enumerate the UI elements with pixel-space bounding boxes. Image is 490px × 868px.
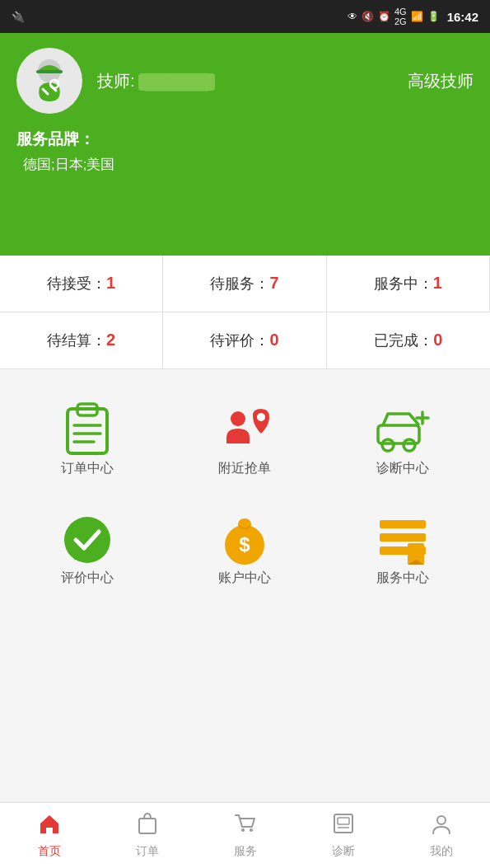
stat-count-pending-settle: 2 <box>106 331 115 349</box>
service-center-label: 服务中心 <box>376 570 429 587</box>
service-center-item[interactable]: 服务中心 <box>324 495 482 605</box>
technician-level: 高级技师 <box>408 70 474 92</box>
bag-icon <box>136 812 159 841</box>
nav-item-home[interactable]: 首页 <box>0 805 98 866</box>
stat-count-pending-accept: 1 <box>106 274 115 292</box>
stat-label-pending-review: 待评价： <box>210 332 269 349</box>
car-plus-icon <box>373 401 432 460</box>
home-icon <box>38 812 61 841</box>
time-display: 16:42 <box>447 10 478 24</box>
bottom-nav: 首页 订单 服务 诊断 我的 <box>0 802 490 868</box>
stats-grid: 待接受：1 待服务：7 服务中：1 待结算：2 待评价：0 已完成：0 <box>0 256 490 369</box>
svg-point-9 <box>257 413 265 421</box>
status-icons: 👁 🔇 ⏰ 4G2G 📶 🔋 16:42 <box>348 7 478 26</box>
svg-rect-20 <box>380 533 426 542</box>
person-icon <box>430 812 453 841</box>
stat-cell-completed[interactable]: 已完成：0 <box>327 312 490 368</box>
svg-point-12 <box>404 439 415 451</box>
stat-label-pending-accept: 待接受： <box>47 275 106 292</box>
nearby-grab-item[interactable]: 附近抢单 <box>166 386 324 495</box>
icons-section: 订单中心 附近抢单 <box>0 369 490 613</box>
diagnosis-nav-icon <box>332 812 355 841</box>
stat-label-in-service: 服务中： <box>374 275 433 292</box>
nav-item-orders[interactable]: 订单 <box>98 805 196 866</box>
stat-cell-pending-settle[interactable]: 待结算：2 <box>0 312 163 368</box>
brand-label: 服务品牌： <box>16 129 474 150</box>
wifi-icon: 4G2G <box>394 7 407 26</box>
technician-avatar-icon <box>25 56 74 106</box>
account-center-label: 账户中心 <box>218 570 271 587</box>
technician-name-blurred: ██████ <box>138 73 215 91</box>
avatar <box>16 48 82 114</box>
stat-count-pending-service: 7 <box>269 274 278 292</box>
nav-label-orders: 订单 <box>136 844 159 859</box>
stat-label-completed: 已完成： <box>374 332 433 349</box>
nav-label-service: 服务 <box>234 844 257 859</box>
review-center-item[interactable]: 评价中心 <box>8 495 166 605</box>
svg-point-30 <box>437 816 446 824</box>
stat-label-pending-service: 待服务： <box>210 275 269 292</box>
stat-cell-in-service[interactable]: 服务中：1 <box>327 256 490 312</box>
svg-rect-1 <box>36 70 63 73</box>
svg-point-26 <box>250 828 253 832</box>
stat-cell-pending-review[interactable]: 待评价：0 <box>163 312 326 368</box>
nav-item-diagnosis[interactable]: 诊断 <box>294 805 392 866</box>
stat-cell-pending-accept[interactable]: 待接受：1 <box>0 256 163 312</box>
svg-point-11 <box>382 439 394 451</box>
icons-grid: 订单中心 附近抢单 <box>0 386 490 605</box>
checkmark-circle-icon <box>58 510 117 570</box>
svg-point-15 <box>64 517 110 563</box>
location-person-icon <box>215 401 274 460</box>
cart-icon <box>234 812 257 841</box>
alarm-icon: ⏰ <box>378 11 390 22</box>
nav-label-diagnosis: 诊断 <box>332 844 355 859</box>
nav-item-service[interactable]: 服务 <box>196 805 294 866</box>
status-bar: 🔌 👁 🔇 ⏰ 4G2G 📶 🔋 16:42 <box>0 0 490 33</box>
clipboard-icon <box>58 401 117 460</box>
svg-rect-28 <box>338 818 349 824</box>
svg-point-25 <box>241 828 245 832</box>
nav-label-home: 首页 <box>38 844 61 859</box>
money-bag-icon: $ <box>215 510 274 570</box>
diagnosis-center-label: 诊断中心 <box>376 460 429 477</box>
technician-label: 技师: <box>97 72 135 90</box>
stat-cell-pending-service[interactable]: 待服务：7 <box>163 256 326 312</box>
profile-row: 技师: ██████ 高级技师 <box>16 48 474 114</box>
svg-rect-19 <box>380 520 426 528</box>
header-section: 技师: ██████ 高级技师 服务品牌： 德国;日本;美国 <box>0 33 490 256</box>
svg-text:$: $ <box>240 533 251 556</box>
menu-bookmark-icon <box>373 510 432 570</box>
stat-count-in-service: 1 <box>433 274 442 292</box>
status-left: 🔌 <box>12 11 25 23</box>
diagnosis-center-item[interactable]: 诊断中心 <box>324 386 482 495</box>
eye-icon: 👁 <box>348 11 357 22</box>
usb-icon: 🔌 <box>12 11 25 23</box>
stat-label-pending-settle: 待结算： <box>47 332 106 349</box>
order-center-item[interactable]: 订单中心 <box>8 386 166 495</box>
svg-rect-24 <box>139 819 156 833</box>
mute-icon: 🔇 <box>362 11 374 22</box>
svg-point-8 <box>231 411 245 426</box>
stat-count-completed: 0 <box>433 331 442 349</box>
account-center-item[interactable]: $ 账户中心 <box>166 495 324 605</box>
nearby-grab-label: 附近抢单 <box>218 460 271 477</box>
nav-label-mine: 我的 <box>430 844 453 859</box>
profile-info: 技师: ██████ <box>97 70 393 92</box>
stat-count-pending-review: 0 <box>269 331 278 349</box>
signal-icon: 📶 <box>411 11 423 22</box>
brand-value: 德国;日本;美国 <box>16 155 474 174</box>
nav-item-mine[interactable]: 我的 <box>392 805 490 866</box>
review-center-label: 评价中心 <box>61 570 114 587</box>
order-center-label: 订单中心 <box>61 460 114 477</box>
battery-icon: 🔋 <box>427 11 440 22</box>
